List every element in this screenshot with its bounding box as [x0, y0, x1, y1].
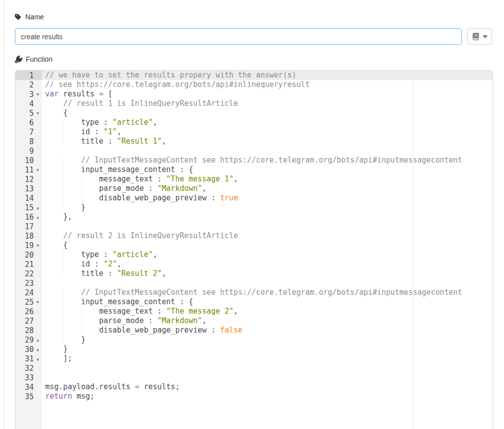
- code-line: 4 // result 1 is InlineQueryResultArticl…: [15, 99, 493, 108]
- line-number: 15▴: [15, 203, 42, 212]
- code-line: 21 id : "2",: [15, 259, 493, 269]
- code-line-text[interactable]: input_message_content : {: [42, 297, 493, 307]
- line-number: 2: [15, 80, 42, 89]
- code-line: 20 type : "article",: [15, 250, 493, 259]
- line-number: 35: [15, 392, 42, 401]
- code-line: 19▾ {: [15, 241, 493, 250]
- code-line-text[interactable]: type : "article",: [42, 118, 493, 127]
- code-line: 31▴ ];: [15, 354, 493, 363]
- code-line-text[interactable]: },: [42, 212, 493, 222]
- fold-toggle-icon[interactable]: ▾: [34, 165, 42, 174]
- line-number: 4: [15, 99, 42, 108]
- code-line-text[interactable]: {: [42, 108, 493, 118]
- line-number: 13: [15, 184, 42, 193]
- code-line-text[interactable]: msg.payload.results = results;: [42, 382, 493, 392]
- code-line-text[interactable]: // InputTextMessageContent see https://c…: [42, 156, 493, 165]
- code-line: 35return msg;: [15, 392, 493, 401]
- line-number: 29▴: [15, 335, 42, 344]
- caret-down-icon: [483, 35, 488, 38]
- code-line: 33: [15, 373, 493, 382]
- fold-toggle-icon[interactable]: ▴: [34, 344, 42, 354]
- code-line-text[interactable]: }: [42, 335, 493, 344]
- line-number: 28: [15, 326, 42, 335]
- code-line: 34msg.payload.results = results;: [15, 382, 493, 392]
- wrench-icon: [15, 56, 22, 63]
- fold-toggle-icon[interactable]: ▴: [34, 335, 42, 344]
- code-line-text[interactable]: ];: [42, 354, 493, 363]
- line-number: 14: [15, 193, 42, 203]
- code-line: 9: [15, 146, 493, 156]
- code-line-text[interactable]: [42, 363, 493, 373]
- edit-tray: Name Function 1// we have to set the res…: [0, 0, 504, 429]
- code-line-text[interactable]: id : "2",: [42, 259, 493, 269]
- code-line-text[interactable]: [42, 278, 493, 288]
- fold-toggle-icon[interactable]: ▾: [34, 89, 42, 99]
- line-number: 34: [15, 382, 42, 392]
- code-line-text[interactable]: [42, 222, 493, 231]
- code-line-text[interactable]: // we have to set the results propery wi…: [42, 71, 493, 80]
- code-line: 16▴ },: [15, 212, 493, 222]
- code-line-text[interactable]: message_text : "The message 1",: [42, 174, 493, 184]
- code-line: 22 title : "Result 2",: [15, 269, 493, 278]
- code-line-text[interactable]: }: [42, 344, 493, 354]
- code-line: 8 title : "Result 1",: [15, 137, 493, 146]
- fold-toggle-icon[interactable]: ▾: [34, 108, 42, 118]
- line-number: 17: [15, 222, 42, 231]
- code-line-text[interactable]: parse_mode : "Markdown",: [42, 316, 493, 326]
- line-number: 23: [15, 278, 42, 288]
- line-number: 9: [15, 146, 42, 156]
- code-line: 12 message_text : "The message 1",: [15, 174, 493, 184]
- code-line-text[interactable]: input_message_content : {: [42, 165, 493, 174]
- line-number: 3▾: [15, 89, 42, 99]
- function-code-editor[interactable]: 1// we have to set the results propery w…: [15, 70, 493, 429]
- line-number: 11▾: [15, 165, 42, 174]
- code-line-text[interactable]: [42, 373, 493, 382]
- code-line-text[interactable]: // result 2 is InlineQueryResultArticle: [42, 231, 493, 241]
- code-line: 5▾ {: [15, 108, 493, 118]
- fold-toggle-icon[interactable]: ▴: [34, 203, 42, 212]
- code-line-text[interactable]: message_text : "The message 2",: [42, 307, 493, 316]
- tray-edge: [4, 0, 4, 429]
- code-line-text[interactable]: // see https://core.telegram.org/bots/ap…: [42, 80, 493, 89]
- code-line-text[interactable]: // InputTextMessageContent see https://c…: [42, 288, 493, 297]
- code-line-text[interactable]: [42, 146, 493, 156]
- code-line: 25▾ input_message_content : {: [15, 297, 493, 307]
- code-line: 23: [15, 278, 493, 288]
- line-number: 30▴: [15, 344, 42, 354]
- line-number: 26: [15, 307, 42, 316]
- code-line-text[interactable]: title : "Result 2",: [42, 269, 493, 278]
- name-label: Name: [25, 13, 44, 21]
- line-number: 16▴: [15, 212, 42, 222]
- code-line-text[interactable]: {: [42, 241, 493, 250]
- code-line-text[interactable]: id : "1",: [42, 127, 493, 137]
- code-line: 7 id : "1",: [15, 127, 493, 137]
- code-line-text[interactable]: var results = [: [42, 89, 493, 99]
- code-rows: 1// we have to set the results propery w…: [15, 71, 493, 401]
- code-line-text[interactable]: disable_web_page_preview : true: [42, 193, 493, 203]
- code-line-text[interactable]: }: [42, 203, 493, 212]
- code-line-text[interactable]: // result 1 is InlineQueryResultArticle: [42, 99, 493, 108]
- code-line: 3▾var results = [: [15, 89, 493, 99]
- code-line: 27 parse_mode : "Markdown",: [15, 316, 493, 326]
- code-line-text[interactable]: return msg;: [42, 392, 493, 401]
- name-input[interactable]: [15, 28, 462, 45]
- line-number: 33: [15, 373, 42, 382]
- line-number: 20: [15, 250, 42, 259]
- fold-toggle-icon[interactable]: ▴: [34, 212, 42, 222]
- code-line: 28 disable_web_page_preview : false: [15, 326, 493, 335]
- code-line: 15▴ }: [15, 203, 493, 212]
- code-line-text[interactable]: parse_mode : "Markdown",: [42, 184, 493, 193]
- line-number: 12: [15, 174, 42, 184]
- fold-toggle-icon[interactable]: ▾: [34, 241, 42, 250]
- line-number: 25▾: [15, 297, 42, 307]
- line-number: 7: [15, 127, 42, 137]
- code-line-text[interactable]: type : "article",: [42, 250, 493, 259]
- fold-toggle-icon[interactable]: ▾: [34, 297, 42, 307]
- code-line-text[interactable]: disable_web_page_preview : false: [42, 326, 493, 335]
- line-number: 10: [15, 156, 42, 165]
- line-number: 18: [15, 231, 42, 241]
- fold-toggle-icon[interactable]: ▴: [34, 354, 42, 363]
- code-line: 32: [15, 363, 493, 373]
- code-line-text[interactable]: title : "Result 1",: [42, 137, 493, 146]
- library-button[interactable]: [467, 28, 492, 45]
